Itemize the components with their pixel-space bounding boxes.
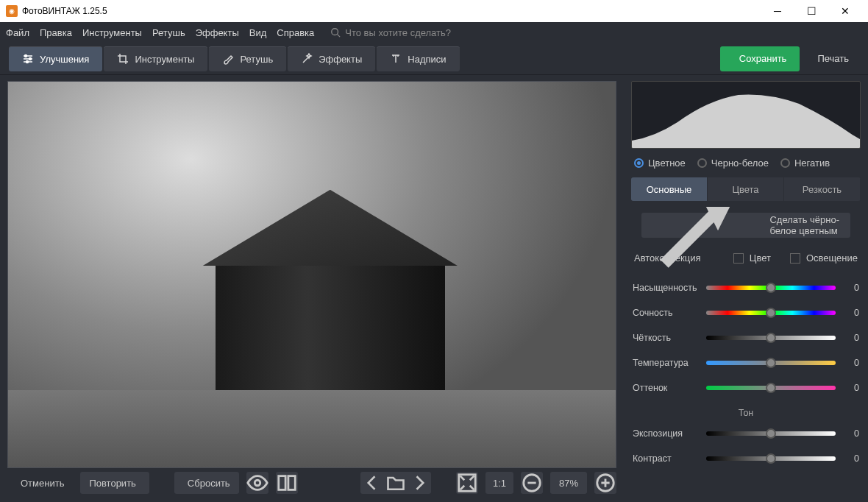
minimize-button[interactable]: ─ bbox=[761, 0, 794, 22]
prev-image-button[interactable] bbox=[362, 473, 383, 492]
zoom-in-button[interactable] bbox=[594, 472, 616, 494]
brush-icon bbox=[222, 53, 234, 65]
save-button[interactable]: Сохранить bbox=[720, 46, 800, 71]
slider-clarity[interactable]: Чёткость 0 bbox=[631, 327, 861, 349]
fit-screen-button[interactable] bbox=[456, 472, 478, 494]
subtab-colors[interactable]: Цвета bbox=[708, 177, 784, 201]
svg-rect-8 bbox=[288, 476, 295, 490]
tab-effects[interactable]: Эффекты bbox=[288, 46, 375, 71]
maximize-button[interactable]: ☐ bbox=[794, 0, 828, 22]
slider-temperature[interactable]: Температура 0 bbox=[631, 352, 861, 374]
menu-search[interactable]: Что вы хотите сделать? bbox=[330, 27, 451, 38]
close-button[interactable]: ✕ bbox=[828, 0, 862, 22]
slider-contrast[interactable]: Контраст 0 bbox=[631, 448, 861, 470]
zoom-1to1-button[interactable]: 1:1 bbox=[485, 472, 513, 494]
titlebar: ◉ ФотоВИНТАЖ 1.25.5 ─ ☐ ✕ bbox=[0, 0, 868, 22]
menu-file[interactable]: Файл bbox=[6, 27, 29, 38]
adjustments-scroll: Сделать чёрно-белое цветным Автокоррекци… bbox=[631, 207, 861, 496]
menu-edit[interactable]: Правка bbox=[40, 27, 72, 38]
svg-point-3 bbox=[26, 61, 29, 63]
tab-enhancements[interactable]: Улучшения bbox=[9, 46, 102, 71]
zoom-out-button[interactable] bbox=[521, 472, 543, 494]
minus-icon bbox=[521, 472, 543, 494]
next-image-button[interactable] bbox=[409, 473, 430, 492]
nav-group bbox=[360, 472, 431, 494]
colorize-button[interactable]: Сделать чёрно-белое цветным bbox=[641, 213, 850, 238]
search-placeholder: Что вы хотите сделать? bbox=[345, 27, 451, 38]
menu-retouch[interactable]: Ретушь bbox=[152, 27, 185, 38]
slider-tint[interactable]: Оттенок 0 bbox=[631, 377, 861, 399]
crop-icon bbox=[117, 53, 129, 65]
wand-icon bbox=[301, 53, 313, 65]
slider-saturation[interactable]: Насыщенность 0 bbox=[631, 277, 861, 299]
chevron-left-icon bbox=[362, 473, 383, 493]
auto-correction-row: Автокоррекция Цвет Освещение bbox=[631, 247, 861, 274]
compare-button[interactable] bbox=[276, 472, 298, 494]
svg-point-1 bbox=[25, 55, 27, 57]
subtab-sharpness[interactable]: Резкость bbox=[784, 177, 861, 201]
slider-exposure[interactable]: Экспозиция 0 bbox=[631, 423, 861, 445]
text-icon bbox=[390, 53, 402, 65]
menu-view[interactable]: Вид bbox=[249, 27, 267, 38]
browse-button[interactable] bbox=[385, 473, 406, 492]
radio-color[interactable]: Цветное bbox=[634, 158, 686, 169]
tone-section-label: Тон bbox=[631, 402, 861, 420]
color-mode-radios: Цветное Черно-белое Негатив bbox=[631, 149, 861, 177]
preview-button[interactable] bbox=[246, 472, 268, 494]
undo-button[interactable]: Отменить bbox=[7, 472, 73, 494]
right-panel: Цветное Черно-белое Негатив Основные Цве… bbox=[624, 75, 868, 502]
app-icon: ◉ bbox=[6, 5, 18, 17]
histogram[interactable] bbox=[631, 81, 861, 149]
reset-button[interactable]: Сбросить bbox=[174, 472, 239, 494]
radio-bw[interactable]: Черно-белое bbox=[697, 158, 769, 169]
auto-label: Автокоррекция bbox=[634, 252, 701, 264]
slider-vibrance[interactable]: Сочность 0 bbox=[631, 302, 861, 324]
bottom-toolbar: Отменить Повторить Сбросить bbox=[7, 468, 616, 498]
tab-retouch[interactable]: Ретушь bbox=[209, 46, 286, 71]
zoom-level[interactable]: 87% bbox=[550, 472, 587, 494]
menu-help[interactable]: Справка bbox=[277, 27, 314, 38]
folder-icon bbox=[385, 473, 406, 493]
plus-icon bbox=[594, 472, 616, 494]
print-button[interactable]: Печать bbox=[801, 46, 859, 71]
chevron-right-icon bbox=[409, 473, 430, 493]
main-toolbar: Улучшения Инструменты Ретушь Эффекты Над… bbox=[0, 43, 868, 75]
eye-icon bbox=[246, 472, 268, 494]
adjustment-tabs: Основные Цвета Резкость bbox=[631, 177, 861, 201]
svg-rect-7 bbox=[278, 476, 285, 490]
sliders-icon bbox=[22, 53, 34, 65]
tab-captions[interactable]: Надписи bbox=[377, 46, 459, 71]
radio-negative[interactable]: Негатив bbox=[780, 158, 830, 169]
svg-point-0 bbox=[332, 29, 338, 35]
compare-icon bbox=[276, 472, 298, 494]
menu-tools[interactable]: Инструменты bbox=[82, 27, 142, 38]
search-icon bbox=[330, 27, 341, 38]
checkbox-color[interactable] bbox=[733, 253, 744, 264]
window-title: ФотоВИНТАЖ 1.25.5 bbox=[22, 6, 761, 16]
image-canvas[interactable] bbox=[7, 81, 616, 468]
svg-point-6 bbox=[255, 480, 260, 486]
menubar: Файл Правка Инструменты Ретушь Эффекты В… bbox=[0, 22, 868, 43]
tab-tools[interactable]: Инструменты bbox=[104, 46, 207, 71]
redo-button[interactable]: Повторить bbox=[80, 472, 149, 494]
fit-icon bbox=[456, 472, 478, 494]
menu-effects[interactable]: Эффекты bbox=[196, 27, 239, 38]
checkbox-light[interactable] bbox=[790, 253, 800, 264]
subtab-basic[interactable]: Основные bbox=[631, 177, 708, 201]
svg-point-2 bbox=[29, 58, 32, 60]
